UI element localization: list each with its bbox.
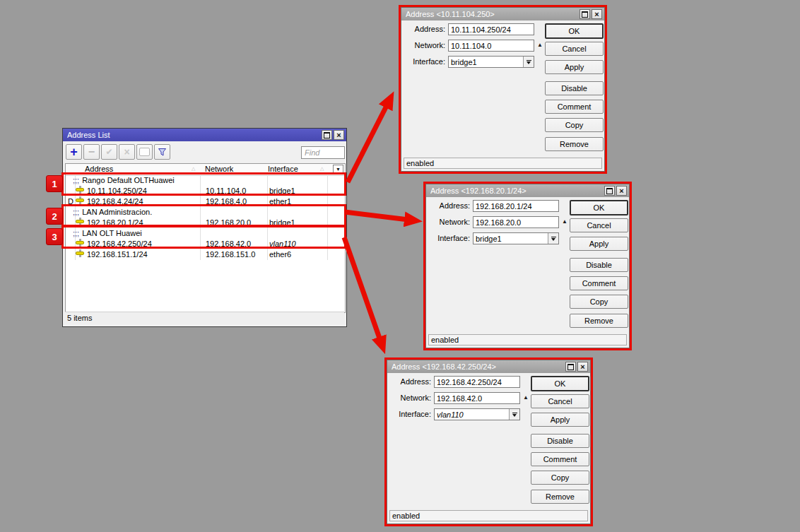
comment-text: Rango Default OLTHuawei	[82, 176, 175, 184]
table-row[interactable]: D 192.168.4.24/24 192.168.4.0 ether1	[66, 196, 345, 207]
table-row-comment[interactable]: ;;;Rango Default OLTHuawei	[66, 175, 345, 186]
collapse-up-icon[interactable]: ▲	[523, 395, 529, 401]
minus-icon: −	[88, 146, 95, 158]
status-bar: 5 items	[65, 312, 344, 324]
table-header: Address △ Network Interface △ ▼	[66, 164, 345, 176]
sort-icon: △	[320, 166, 324, 171]
close-icon[interactable]: ×	[616, 186, 627, 196]
chevron-down-icon: ▼	[336, 164, 341, 175]
close-icon[interactable]: ×	[577, 362, 588, 372]
filter-button[interactable]	[154, 144, 170, 160]
items-count: 5 items	[67, 314, 92, 322]
copy-button[interactable]: Copy	[570, 295, 628, 309]
maximize-icon[interactable]	[565, 362, 576, 372]
row-network: 192.168.151.0	[206, 249, 255, 260]
dialog-title: Address <10.11.104.250>	[406, 10, 578, 18]
disable-button[interactable]: Disable	[570, 258, 628, 272]
window-title: Address List	[67, 131, 320, 139]
dropdown-icon[interactable]	[523, 57, 534, 67]
interface-select[interactable]: bridge1	[473, 232, 559, 244]
row-interface: vlan110	[269, 239, 296, 249]
disable-button[interactable]: ×	[119, 144, 135, 160]
desktop: Address List × + − ✔ × Address △ Network…	[0, 0, 800, 532]
address-field[interactable]	[473, 200, 559, 212]
ddbar	[551, 237, 556, 237]
network-label: Network:	[426, 216, 470, 228]
close-icon[interactable]: ×	[592, 9, 602, 19]
dialog-titlebar[interactable]: Address <192.168.20.1/24> ×	[426, 184, 629, 197]
apply-button[interactable]: Apply	[531, 413, 589, 427]
remove-button[interactable]: Remove	[531, 490, 589, 504]
ip-address-icon	[76, 196, 85, 204]
cancel-button[interactable]: Cancel	[545, 42, 604, 56]
address-field[interactable]	[448, 23, 534, 35]
restore-glyph-icon	[582, 11, 588, 18]
restore-glyph-icon	[606, 188, 613, 194]
dialog-titlebar[interactable]: Address <10.11.104.250> ×	[401, 8, 604, 20]
table-row[interactable]: 192.168.151.1/24 192.168.151.0 ether6	[66, 249, 345, 260]
apply-button[interactable]: Apply	[570, 237, 628, 251]
enabled-status: enabled	[431, 336, 459, 344]
row-interface: ether1	[269, 196, 291, 207]
ddtri	[512, 414, 517, 417]
ok-button[interactable]: OK	[531, 376, 589, 391]
remove-button[interactable]: Remove	[570, 314, 628, 328]
cancel-button[interactable]: Cancel	[531, 394, 589, 408]
table-row-comment[interactable]: ;;;LAN Administracion.	[66, 207, 345, 218]
comment-button[interactable]	[136, 144, 153, 160]
copy-button[interactable]: Copy	[531, 471, 589, 485]
ok-button[interactable]: OK	[570, 200, 628, 215]
enabled-status: enabled	[406, 159, 434, 167]
remove-button[interactable]: −	[83, 144, 100, 160]
row-address: 192.168.42.250/24	[87, 239, 152, 249]
dropdown-icon[interactable]	[548, 233, 558, 244]
focus-dotted-line	[64, 226, 345, 227]
ok-button[interactable]: OK	[545, 23, 604, 39]
row-address: 192.168.4.24/24	[87, 196, 143, 207]
enable-button[interactable]: ✔	[101, 144, 117, 160]
arrow-to-dialog-2	[345, 212, 414, 220]
interface-value: vlan110	[435, 410, 509, 419]
column-header-interface[interactable]: Interface	[268, 164, 298, 175]
interface-label: Interface:	[387, 408, 431, 420]
cancel-button[interactable]: Cancel	[570, 218, 628, 232]
interface-value: bridge1	[449, 58, 523, 66]
dialog-titlebar[interactable]: Address <192.168.42.250/24> ×	[387, 360, 590, 373]
comment-button[interactable]: Comment	[545, 100, 604, 114]
collapse-up-icon[interactable]: ▲	[537, 42, 543, 48]
comment-button[interactable]: Comment	[570, 276, 628, 290]
interface-select[interactable]: bridge1	[448, 56, 534, 68]
column-dropdown-button[interactable]: ▼	[333, 165, 343, 174]
status-bar: enabled	[389, 510, 588, 521]
address-label: Address:	[426, 200, 470, 212]
comment-button[interactable]: Comment	[531, 452, 589, 466]
column-header-address[interactable]: Address	[85, 164, 113, 175]
close-icon[interactable]: ×	[334, 130, 344, 140]
search-input[interactable]	[301, 146, 345, 159]
table-row[interactable]: 10.11.104.250/24 10.11.104.0 bridge1	[66, 186, 345, 196]
disable-button[interactable]: Disable	[531, 434, 589, 448]
network-field[interactable]	[434, 392, 520, 404]
add-button[interactable]: +	[66, 144, 82, 160]
disable-button[interactable]: Disable	[545, 81, 604, 95]
maximize-icon[interactable]	[604, 186, 615, 196]
maximize-icon[interactable]	[580, 9, 590, 19]
collapse-up-icon[interactable]: ▲	[562, 219, 567, 225]
address-list-titlebar[interactable]: Address List ×	[63, 129, 346, 141]
table-row-comment[interactable]: ;;;LAN OLT Huawei	[66, 228, 345, 239]
maximize-icon[interactable]	[322, 130, 332, 140]
row-address: 192.168.151.1/24	[87, 249, 148, 260]
column-header-network[interactable]: Network	[205, 164, 233, 175]
address-field[interactable]	[434, 376, 520, 388]
table-row[interactable]: 192.168.42.250/24 192.168.42.0 vlan110	[66, 239, 345, 249]
dropdown-icon[interactable]	[509, 409, 519, 420]
interface-select[interactable]: vlan110	[434, 408, 520, 420]
network-field[interactable]	[473, 216, 559, 228]
apply-button[interactable]: Apply	[545, 60, 604, 74]
remove-button[interactable]: Remove	[545, 137, 604, 151]
row-network: 192.168.4.0	[206, 196, 247, 207]
annotation-badge-2: 2	[46, 208, 63, 225]
comment-text: LAN Administracion.	[82, 208, 152, 216]
network-field[interactable]	[448, 40, 534, 52]
copy-button[interactable]: Copy	[545, 118, 604, 132]
